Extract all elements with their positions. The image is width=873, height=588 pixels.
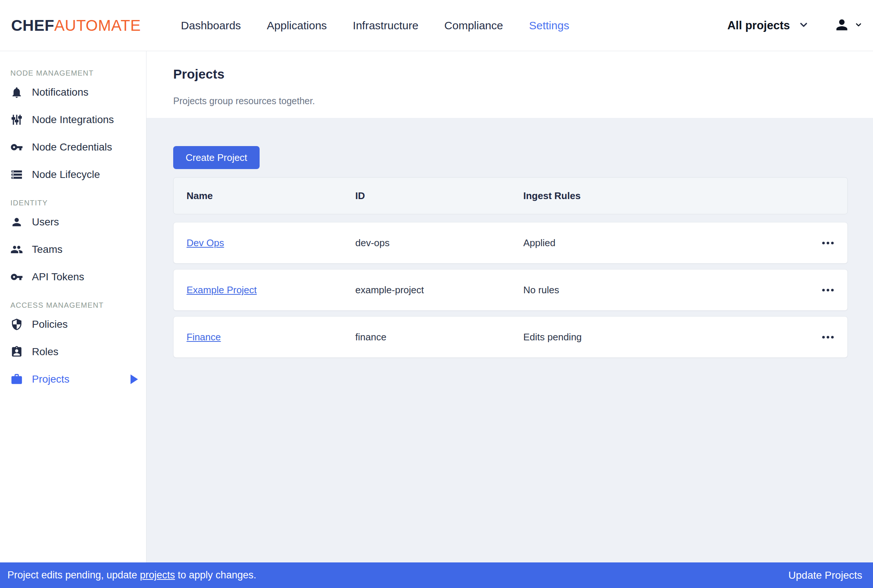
projects-table-header: NameIDIngest Rules — [173, 177, 848, 214]
sidebar-section-title: NODE MANAGEMENT — [10, 68, 146, 79]
chevron-down-icon — [798, 19, 809, 32]
brand-secondary: AUTOMATE — [54, 16, 141, 34]
sidebar-item-label: Roles — [32, 346, 58, 358]
sidebar-item-api-tokens[interactable]: API Tokens — [10, 263, 146, 291]
person-icon — [10, 216, 23, 228]
sidebar-section-title: ACCESS MANAGEMENT — [10, 300, 146, 310]
sidebar-section: NODE MANAGEMENTNotificationsNode Integra… — [10, 68, 146, 188]
sidebar-item-teams[interactable]: Teams — [10, 236, 146, 263]
ellipsis-icon — [826, 242, 829, 244]
table-row: Dev Opsdev-opsApplied — [173, 222, 848, 264]
ingest-rules-cell: Applied — [523, 237, 803, 249]
project-name-cell: Example Project — [186, 284, 355, 296]
shield-icon — [10, 318, 23, 331]
sidebar-item-users[interactable]: Users — [10, 208, 146, 236]
project-name-cell: Finance — [186, 332, 355, 343]
sidebar-item-label: Teams — [32, 244, 62, 255]
projects-table: NameIDIngest Rules Dev Opsdev-opsApplied… — [173, 177, 848, 358]
update-projects-button[interactable]: Update Projects — [789, 570, 862, 581]
project-name-link[interactable]: Finance — [186, 332, 221, 343]
briefcase-icon — [10, 373, 23, 386]
banner-message-prefix: Project edits pending, update — [8, 570, 140, 580]
top-navbar: CHEFAUTOMATE DashboardsApplicationsInfra… — [0, 0, 873, 51]
sidebar-item-label: Policies — [32, 318, 68, 330]
column-header-id: ID — [355, 190, 523, 202]
nav-item-settings[interactable]: Settings — [529, 19, 569, 32]
sidebar-item-label: Users — [32, 216, 59, 228]
content-panel: Create Project NameIDIngest Rules Dev Op… — [147, 118, 873, 563]
settings-sidebar: NODE MANAGEMENTNotificationsNode Integra… — [0, 51, 147, 563]
ellipsis-icon — [826, 336, 829, 339]
nav-item-dashboards[interactable]: Dashboards — [181, 19, 241, 32]
banner-message: Project edits pending, update projects t… — [8, 570, 256, 581]
ingest-rules-cell: No rules — [523, 284, 803, 296]
project-id-cell: example-project — [355, 284, 523, 296]
sidebar-item-label: Node Lifecycle — [32, 169, 100, 180]
ellipsis-icon — [831, 336, 834, 339]
sidebar-section: ACCESS MANAGEMENTPoliciesRolesProjects — [10, 300, 146, 393]
project-id-cell: dev-ops — [355, 237, 523, 249]
create-project-button[interactable]: Create Project — [173, 146, 260, 169]
ellipsis-icon — [831, 242, 834, 244]
topnav-right: All projects — [727, 16, 862, 34]
page-header: Projects Projects group resources togeth… — [147, 51, 873, 118]
sidebar-item-label: Node Credentials — [32, 141, 112, 153]
pending-edits-banner: Project edits pending, update projects t… — [0, 562, 873, 588]
sidebar-item-projects[interactable]: Projects — [10, 366, 146, 393]
sidebar-item-notifications[interactable]: Notifications — [10, 79, 146, 106]
badge-icon — [10, 345, 23, 358]
row-options-menu-button[interactable] — [815, 326, 841, 348]
project-name-link[interactable]: Example Project — [186, 284, 256, 296]
sidebar-item-node-integrations[interactable]: Node Integrations — [10, 106, 146, 134]
chef-automate-logo[interactable]: CHEFAUTOMATE — [11, 16, 141, 34]
ingest-rules-cell: Edits pending — [523, 332, 803, 343]
sidebar-item-node-lifecycle[interactable]: Node Lifecycle — [10, 161, 146, 188]
nav-item-infrastructure[interactable]: Infrastructure — [352, 19, 418, 32]
page-subtitle: Projects group resources together. — [173, 96, 873, 106]
sidebar-item-label: API Tokens — [32, 271, 84, 283]
ellipsis-icon — [822, 289, 825, 291]
primary-nav: DashboardsApplicationsInfrastructureComp… — [181, 19, 569, 32]
nav-item-applications[interactable]: Applications — [267, 19, 327, 32]
row-options-menu-button[interactable] — [815, 232, 841, 254]
ellipsis-icon — [826, 289, 829, 291]
user-menu-button[interactable] — [834, 16, 862, 34]
banner-message-suffix: to apply changes. — [175, 570, 256, 580]
ellipsis-icon — [831, 289, 834, 291]
sidebar-item-label: Node Integrations — [32, 114, 114, 126]
storage-icon — [10, 168, 23, 181]
nav-item-compliance[interactable]: Compliance — [444, 19, 503, 32]
project-filter-label: All projects — [727, 19, 790, 32]
key-icon — [10, 141, 23, 153]
project-name-link[interactable]: Dev Ops — [186, 237, 224, 248]
key-icon — [10, 271, 23, 283]
sidebar-item-label: Notifications — [32, 86, 88, 98]
column-header-name: Name — [186, 190, 355, 202]
page-title: Projects — [173, 67, 873, 82]
sidebar-item-roles[interactable]: Roles — [10, 338, 146, 366]
sidebar-section: IDENTITYUsersTeamsAPI Tokens — [10, 197, 146, 291]
arrow-right-icon — [130, 375, 138, 384]
sliders-icon — [10, 114, 23, 126]
project-name-cell: Dev Ops — [186, 237, 355, 249]
brand-primary: CHEF — [11, 16, 54, 34]
banner-projects-link[interactable]: projects — [140, 570, 175, 580]
sidebar-item-label: Projects — [32, 374, 69, 385]
main-content: Projects Projects group resources togeth… — [147, 51, 873, 563]
project-filter-dropdown[interactable]: All projects — [727, 19, 809, 32]
ellipsis-icon — [822, 336, 825, 339]
projects-table-body: Dev Opsdev-opsAppliedExample Projectexam… — [173, 222, 848, 358]
project-id-cell: finance — [355, 332, 523, 343]
ellipsis-icon — [822, 242, 825, 244]
chevron-down-icon — [855, 21, 862, 30]
sidebar-section-title: IDENTITY — [10, 197, 146, 208]
sidebar-item-policies[interactable]: Policies — [10, 310, 146, 338]
row-options-menu-button[interactable] — [815, 279, 841, 301]
people-icon — [10, 243, 23, 256]
table-row: FinancefinanceEdits pending — [173, 316, 848, 358]
bell-icon — [10, 86, 23, 99]
person-icon — [834, 16, 850, 34]
column-header-ingest-rules: Ingest Rules — [523, 190, 803, 202]
sidebar-item-node-credentials[interactable]: Node Credentials — [10, 134, 146, 161]
table-row: Example Projectexample-projectNo rules — [173, 269, 848, 310]
